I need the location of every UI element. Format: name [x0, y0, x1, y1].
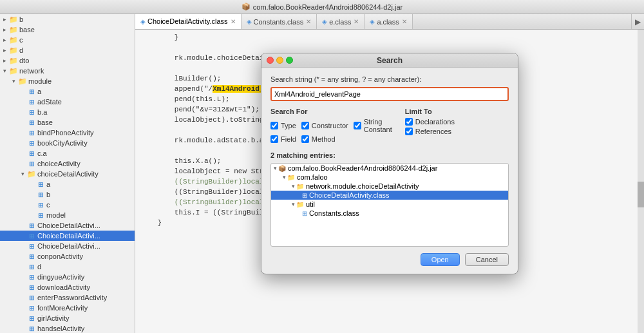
- result-label: ChoiceDetailActivity.class: [309, 191, 390, 199]
- result-icon: 📁: [296, 201, 304, 208]
- sidebar-item-b2[interactable]: ⊞b: [0, 189, 135, 200]
- tree-label: a: [37, 88, 41, 95]
- search-dialog: Search Search string (* = any string, ? …: [261, 53, 518, 274]
- sidebar-item-a[interactable]: ⊞a: [0, 86, 135, 97]
- sidebar-item-c[interactable]: ▸📁c: [0, 35, 135, 45]
- search-for-label: Search For: [270, 108, 392, 115]
- tree-toggle: ▾: [9, 77, 18, 86]
- sidebar-item-downloadActivity[interactable]: ⊞downloadActivity: [0, 282, 135, 292]
- sidebar-item-a2[interactable]: ⊞a: [0, 179, 135, 189]
- sidebar-item-dto[interactable]: ▸📁dto: [0, 55, 135, 66]
- tree-label: model: [46, 211, 66, 219]
- field-method-row: Field Method: [270, 135, 392, 143]
- sidebar-item-bindPhoneActivity[interactable]: ⊞bindPhoneActivity: [0, 128, 135, 138]
- sidebar-item-module[interactable]: ▾📁module: [0, 76, 135, 86]
- sidebar-item-c.a[interactable]: ⊞c.a: [0, 148, 135, 158]
- class-icon: ⊞: [36, 190, 45, 199]
- folder-icon: 📁: [9, 15, 18, 24]
- sidebar-item-ChoiceDetailActivi1[interactable]: ⊞ChoiceDetailActivi...: [0, 220, 135, 231]
- tree-label: dto: [19, 57, 29, 64]
- declarations-checkbox[interactable]: [405, 118, 413, 126]
- sidebar-item-d2[interactable]: ⊞d: [0, 262, 135, 272]
- constructor-checkbox[interactable]: [301, 122, 309, 129]
- result-label: util: [306, 200, 315, 208]
- dialog-title-bar: Search: [261, 53, 518, 68]
- tree-label: conponActivity: [37, 252, 83, 260]
- result-item-pkg2[interactable]: ▾📁network.module.choiceDetailActivity: [271, 182, 508, 191]
- sidebar-item-dingyueActivity[interactable]: ⊞dingyueActivity: [0, 272, 135, 282]
- dialog-buttons: Open Cancel: [270, 253, 509, 266]
- cancel-button[interactable]: Cancel: [465, 253, 509, 266]
- sidebar-item-network[interactable]: ▾📁network: [0, 66, 135, 76]
- sidebar-item-girlActivity[interactable]: ⊞girlActivity: [0, 313, 135, 323]
- folder-icon: 📁: [9, 25, 18, 34]
- result-item-pkg3[interactable]: ▾📁util: [271, 200, 508, 209]
- result-item-cls2[interactable]: ⊞Constants.class: [271, 209, 508, 218]
- dialog-overlay: Search Search string (* = any string, ? …: [135, 14, 644, 333]
- field-checkbox[interactable]: [270, 135, 278, 143]
- method-label: Method: [312, 135, 336, 143]
- result-label: network.module.choiceDetailActivity: [306, 182, 419, 190]
- method-checkbox[interactable]: [301, 135, 309, 143]
- tree-label: b: [46, 191, 50, 198]
- sidebar-item-ChoiceDetailActivi2[interactable]: ⊞ChoiceDetailActivi...: [0, 231, 135, 241]
- sidebar-item-conponActivity[interactable]: ⊞conponActivity: [0, 251, 135, 262]
- folder-icon: 📁: [9, 46, 18, 55]
- tree-label: downloadActivity: [37, 283, 90, 291]
- sidebar-item-handselActivity[interactable]: ⊞handselActivity: [0, 323, 135, 333]
- class-icon: ⊞: [36, 211, 45, 220]
- tree-label: d: [37, 263, 41, 271]
- sidebar-item-choiceActivity[interactable]: ⊞choiceActivity: [0, 158, 135, 169]
- field-label: Field: [281, 135, 296, 143]
- result-label: com.faloo.BookReader4Android8806244-d2j.…: [288, 164, 437, 172]
- sidebar-item-model[interactable]: ⊞model: [0, 210, 135, 220]
- sidebar-item-enterPasswordActivity[interactable]: ⊞enterPasswordActivity: [0, 292, 135, 303]
- class-icon: ⊞: [27, 231, 36, 240]
- close-button[interactable]: [267, 57, 274, 64]
- result-icon: ⊞: [302, 192, 307, 199]
- sidebar-item-bookCityActivity[interactable]: ⊞bookCityActivity: [0, 138, 135, 148]
- results-tree[interactable]: ▾📦com.faloo.BookReader4Android8806244-d2…: [270, 163, 509, 247]
- tree-label: c.a: [37, 149, 47, 157]
- tree-label: a: [46, 180, 50, 188]
- sidebar-item-b.a[interactable]: ⊞b.a: [0, 107, 135, 117]
- tree-label: base: [19, 26, 35, 33]
- class-icon: ⊞: [27, 242, 36, 251]
- search-input[interactable]: [270, 87, 509, 101]
- result-item-pkg1[interactable]: ▾📁com.faloo: [271, 173, 508, 182]
- class-icon: ⊞: [27, 314, 36, 323]
- tree-label: choiceDetailActivity: [37, 170, 99, 178]
- sidebar-item-adState[interactable]: ⊞adState: [0, 97, 135, 107]
- type-option: Type Constructor String Constant: [270, 118, 392, 133]
- sidebar-item-choiceDetailActivity[interactable]: ▾📁choiceDetailActivity: [0, 169, 135, 179]
- type-checkbox[interactable]: [270, 122, 278, 129]
- tree-label: adState: [37, 98, 62, 106]
- result-icon: ⊞: [302, 210, 307, 217]
- minimize-button[interactable]: [276, 57, 283, 64]
- constructor-label: Constructor: [312, 122, 348, 129]
- tree-toggle: ▸: [0, 46, 9, 55]
- sidebar-item-fontMoreActivity[interactable]: ⊞fontMoreActivity: [0, 303, 135, 313]
- title-bar-icon: 📦: [242, 3, 251, 11]
- tree-label: ChoiceDetailActivi...: [37, 242, 100, 250]
- tree-label: dingyueActivity: [37, 273, 84, 281]
- tree-label: b.a: [37, 108, 47, 116]
- sidebar-item-base2[interactable]: ⊞base: [0, 117, 135, 128]
- tree-toggle: ▸: [0, 56, 9, 65]
- search-label: Search string (* = any string, ? = any c…: [270, 75, 509, 83]
- references-checkbox[interactable]: [405, 128, 413, 135]
- open-button[interactable]: Open: [421, 253, 460, 266]
- maximize-button[interactable]: [286, 57, 293, 64]
- sidebar-item-base[interactable]: ▸📁base: [0, 24, 135, 35]
- sidebar-item-c2[interactable]: ⊞c: [0, 200, 135, 210]
- sidebar-item-b[interactable]: ▸📁b: [0, 14, 135, 24]
- sidebar-item-ChoiceDetailActivi3[interactable]: ⊞ChoiceDetailActivi...: [0, 241, 135, 251]
- string-constant-checkbox[interactable]: [354, 122, 361, 129]
- type-label: Type: [281, 122, 296, 129]
- tree-toggle: ▸: [0, 35, 9, 44]
- tree-toggle: ▸: [0, 25, 9, 34]
- result-item-jar[interactable]: ▾📦com.faloo.BookReader4Android8806244-d2…: [271, 164, 508, 173]
- sidebar-item-d[interactable]: ▸📁d: [0, 45, 135, 55]
- result-item-cls1[interactable]: ⊞ChoiceDetailActivity.class: [271, 191, 508, 200]
- class-icon: ⊞: [27, 252, 36, 261]
